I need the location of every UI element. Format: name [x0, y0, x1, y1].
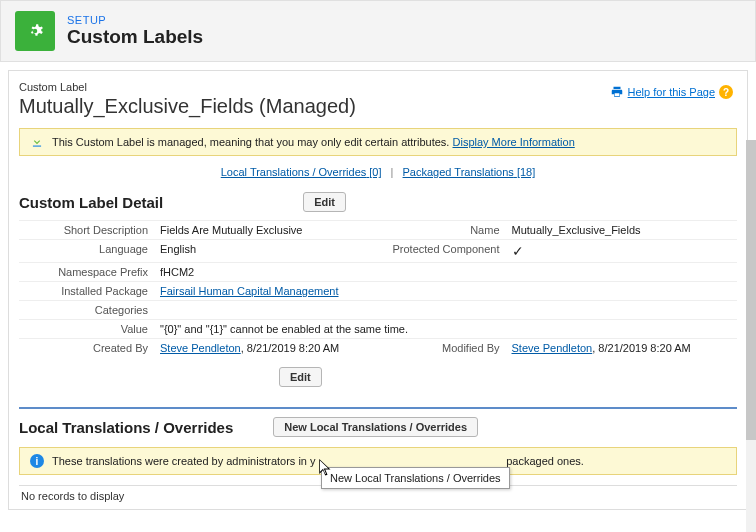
info-icon: i	[30, 454, 44, 468]
categories-value	[154, 301, 737, 320]
gear-icon	[15, 11, 55, 51]
detail-header: Custom Label Detail Edit	[19, 192, 737, 212]
value-value: "{0}" and "{1}" cannot be enabled at the…	[154, 320, 737, 339]
modified-value: Steve Pendleton, 8/21/2019 8:20 AM	[506, 339, 738, 358]
local-translations-section: Local Translations / Overrides New Local…	[19, 407, 737, 506]
language-value: English	[154, 240, 386, 263]
protected-value: ✓	[506, 240, 738, 263]
namespace-value: fHCM2	[154, 263, 737, 282]
created-value: Steve Pendleton, 8/21/2019 8:20 AM	[154, 339, 386, 358]
protected-label: Protected Component	[386, 240, 506, 263]
edit-button[interactable]: Edit	[303, 192, 346, 212]
value-label: Value	[19, 320, 154, 339]
modified-label: Modified By	[386, 339, 506, 358]
sub-links: Local Translations / Overrides [0] | Pac…	[19, 166, 737, 178]
categories-label: Categories	[19, 301, 154, 320]
download-icon	[30, 135, 44, 149]
new-local-translations-button[interactable]: New Local Translations / Overrides	[273, 417, 478, 437]
display-more-link[interactable]: Display More Information	[453, 136, 575, 148]
setup-crumb: SETUP	[67, 14, 203, 26]
detail-heading: Custom Label Detail	[19, 194, 163, 211]
check-icon: ✓	[512, 243, 524, 259]
managed-notice: This Custom Label is managed, meaning th…	[19, 128, 737, 156]
main-panel: Help for this Page ? Custom Label Mutual…	[8, 70, 748, 510]
help-link[interactable]: Help for this Page	[628, 86, 715, 98]
name-label: Name	[386, 221, 506, 240]
section2-heading: Local Translations / Overrides	[19, 419, 233, 436]
page-title: Custom Labels	[67, 26, 203, 48]
header-text: SETUP Custom Labels	[67, 14, 203, 48]
language-label: Language	[19, 240, 154, 263]
installed-link[interactable]: Fairsail Human Capital Management	[160, 285, 339, 297]
detail-table: Short Description Fields Are Mutually Ex…	[19, 220, 737, 357]
help-row: Help for this Page ?	[610, 85, 733, 99]
created-user-link[interactable]: Steve Pendleton	[160, 342, 241, 354]
short-desc-value: Fields Are Mutually Exclusive	[154, 221, 386, 240]
tooltip: New Local Translations / Overrides	[321, 467, 510, 489]
local-translations-link[interactable]: Local Translations / Overrides [0]	[221, 166, 382, 178]
edit-button-bottom[interactable]: Edit	[279, 367, 322, 387]
name-value: Mutually_Exclusive_Fields	[506, 221, 738, 240]
modified-user-link[interactable]: Steve Pendleton	[512, 342, 593, 354]
help-icon[interactable]: ?	[719, 85, 733, 99]
scrollbar[interactable]	[746, 140, 756, 532]
created-label: Created By	[19, 339, 154, 358]
packaged-translations-link[interactable]: Packaged Translations [18]	[403, 166, 536, 178]
cursor-icon	[317, 457, 335, 482]
namespace-label: Namespace Prefix	[19, 263, 154, 282]
installed-label: Installed Package	[19, 282, 154, 301]
notice-text: This Custom Label is managed, meaning th…	[52, 136, 575, 148]
scrollbar-thumb[interactable]	[746, 140, 756, 440]
print-icon[interactable]	[610, 85, 624, 99]
page-header: SETUP Custom Labels	[0, 0, 756, 62]
short-desc-label: Short Description	[19, 221, 154, 240]
